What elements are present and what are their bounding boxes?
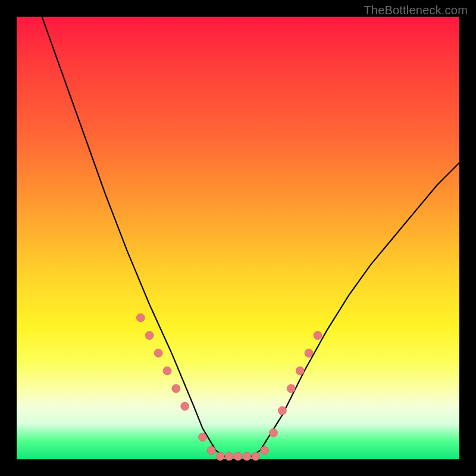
curve-marker <box>270 428 278 437</box>
curve-marker <box>261 446 269 455</box>
curve-marker <box>296 367 304 375</box>
curve-marker <box>163 367 171 375</box>
curve-marker <box>243 452 251 461</box>
plot-area <box>17 17 459 459</box>
curve-marker <box>216 452 224 461</box>
curve-marker <box>207 446 215 455</box>
curve-marker <box>199 433 207 441</box>
curve-marker <box>154 349 162 357</box>
curve-marker <box>252 452 260 461</box>
curve-marker <box>181 402 189 411</box>
curve-marker <box>234 452 242 461</box>
curve-marker <box>314 331 322 340</box>
watermark-label: TheBottleneck.com <box>364 4 468 17</box>
curve-marker <box>278 406 286 415</box>
chart-svg <box>17 17 459 459</box>
curve-marker <box>145 331 154 340</box>
curve-marker <box>225 452 233 461</box>
curve-marker <box>172 384 180 393</box>
chart-frame: TheBottleneck.com <box>0 0 476 476</box>
curve-marker <box>287 384 295 393</box>
curve-marker <box>305 349 313 357</box>
bottleneck-curve <box>17 0 459 459</box>
curve-marker <box>136 314 145 322</box>
